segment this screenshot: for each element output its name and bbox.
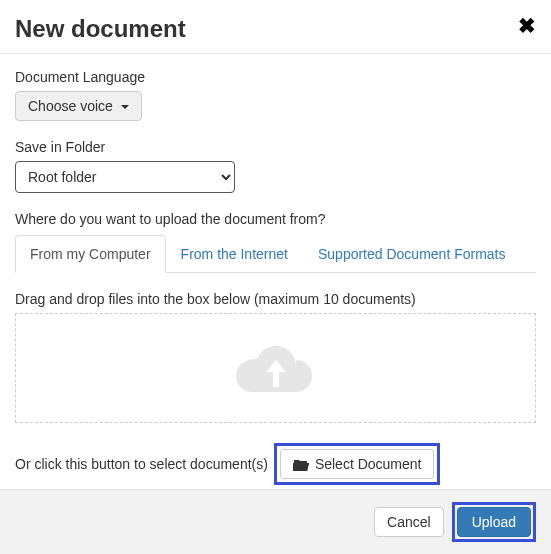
tab-formats[interactable]: Supported Document Formats [303,235,521,273]
modal-title: New document [15,15,186,43]
select-document-button[interactable]: Select Document [280,449,435,479]
tab-computer-label: From my Computer [15,235,166,273]
upload-section: Where do you want to upload the document… [15,211,536,485]
drop-instruction: Drag and drop files into the box below (… [15,291,536,307]
cloud-upload-icon [236,338,316,398]
select-document-label: Select Document [315,456,422,472]
folder-select[interactable]: Root folder [15,161,235,193]
folder-open-icon [293,458,309,471]
tab-computer[interactable]: From my Computer [15,235,166,273]
or-select-text: Or click this button to select document(… [15,456,268,472]
close-button[interactable]: ✖ [518,15,536,36]
select-row: Or click this button to select document(… [15,443,536,485]
tab-internet-label: From the Internet [166,235,303,273]
cancel-button[interactable]: Cancel [374,507,444,537]
drop-zone[interactable] [15,313,536,423]
modal-body: Document Language Choose voice Save in F… [0,54,551,500]
modal-footer: Cancel Upload [0,489,551,554]
caret-down-icon [121,105,129,109]
choose-voice-dropdown[interactable]: Choose voice [15,91,142,121]
folder-label: Save in Folder [15,139,536,155]
upload-highlight: Upload [452,502,536,542]
close-icon: ✖ [518,14,536,37]
language-group: Document Language Choose voice [15,69,536,121]
language-label: Document Language [15,69,536,85]
folder-group: Save in Folder Root folder [15,139,536,193]
tab-formats-label: Supported Document Formats [303,235,521,273]
upload-prompt: Where do you want to upload the document… [15,211,536,227]
upload-button[interactable]: Upload [457,507,531,537]
tab-internet[interactable]: From the Internet [166,235,303,273]
choose-voice-label: Choose voice [28,98,113,114]
modal-header: New document ✖ [0,0,551,54]
upload-tabs: From my Computer From the Internet Suppo… [15,235,536,273]
select-highlight: Select Document [274,443,441,485]
